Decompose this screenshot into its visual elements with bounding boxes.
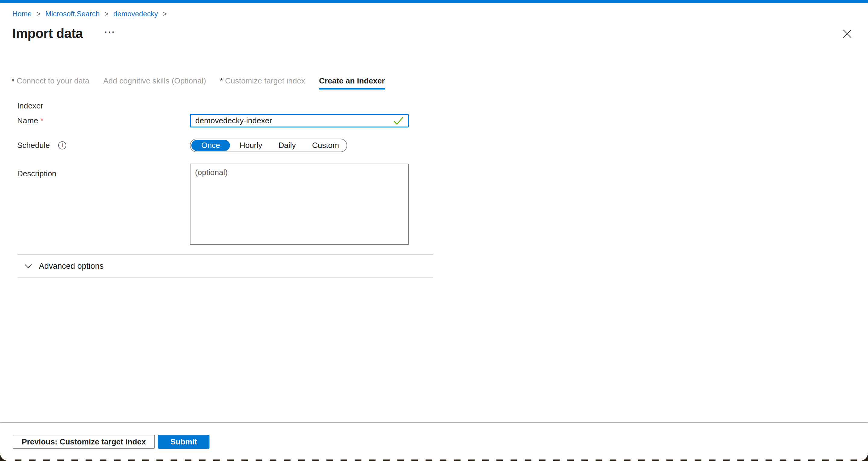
- window-corner-right: [857, 448, 868, 461]
- schedule-option-daily[interactable]: Daily: [272, 140, 303, 151]
- breadcrumb-separator: >: [163, 10, 167, 18]
- more-options-icon[interactable]: ⋯: [104, 25, 115, 38]
- schedule-label: Schedule: [17, 141, 50, 150]
- window-corner-left: [0, 448, 11, 461]
- breadcrumb-separator: >: [104, 10, 108, 18]
- breadcrumb-separator: >: [36, 10, 40, 18]
- schedule-option-hourly[interactable]: Hourly: [233, 140, 269, 151]
- required-asterisk: *: [40, 116, 43, 125]
- tab-label: Connect to your data: [17, 76, 89, 85]
- breadcrumb-link-demovedecky[interactable]: demovedecky: [113, 10, 158, 18]
- schedule-option-custom[interactable]: Custom: [305, 140, 346, 151]
- previous-button[interactable]: Previous: Customize target index: [13, 435, 155, 449]
- tab-customize-target-index[interactable]: *Customize target index: [220, 76, 305, 90]
- name-row: Name *: [17, 114, 433, 127]
- tab-strip: *Connect to your data Add cognitive skil…: [11, 76, 385, 90]
- indexer-form: Indexer Name * Schedule i Once Hourly Da: [17, 101, 433, 277]
- tab-add-cognitive-skills[interactable]: Add cognitive skills (Optional): [103, 76, 206, 90]
- advanced-options-toggle[interactable]: Advanced options: [24, 260, 433, 272]
- close-button[interactable]: [841, 27, 854, 40]
- submit-button[interactable]: Submit: [158, 435, 210, 449]
- top-accent-bar: [0, 0, 868, 3]
- description-textarea[interactable]: [190, 164, 409, 245]
- breadcrumb-link-microsoft-search[interactable]: Microsoft.Search: [45, 10, 99, 18]
- page-title: Import data: [12, 26, 83, 41]
- advanced-options-label: Advanced options: [39, 262, 104, 271]
- window-bottom-edge: [15, 460, 868, 461]
- indexer-section-heading: Indexer: [17, 101, 433, 110]
- tab-label: Add cognitive skills (Optional): [103, 76, 206, 85]
- name-label: Name: [17, 116, 38, 125]
- footer-divider: [0, 422, 868, 423]
- tab-label: Create an indexer: [319, 76, 385, 85]
- tab-connect-to-your-data[interactable]: *Connect to your data: [11, 76, 90, 90]
- close-icon: [843, 29, 852, 38]
- schedule-segmented-control: Once Hourly Daily Custom: [190, 139, 347, 152]
- valid-checkmark-icon: [393, 116, 404, 125]
- chevron-down-icon: [24, 264, 32, 269]
- tab-label: Customize target index: [225, 76, 305, 85]
- breadcrumb-link-home[interactable]: Home: [12, 10, 32, 18]
- description-label: Description: [17, 169, 56, 178]
- breadcrumb: Home > Microsoft.Search > demovedecky >: [12, 10, 172, 18]
- required-star: *: [220, 76, 223, 85]
- footer-bar: Previous: Customize target index Submit: [13, 435, 210, 449]
- divider: [18, 254, 433, 255]
- description-row: Description: [17, 164, 433, 245]
- info-icon[interactable]: i: [58, 141, 66, 149]
- divider: [18, 277, 433, 277]
- indexer-name-input[interactable]: [190, 114, 409, 127]
- schedule-row: Schedule i Once Hourly Daily Custom: [17, 139, 433, 152]
- import-data-panel: Home > Microsoft.Search > demovedecky > …: [0, 0, 868, 461]
- tab-create-an-indexer[interactable]: Create an indexer: [319, 76, 385, 90]
- required-star: *: [11, 76, 14, 85]
- schedule-option-once[interactable]: Once: [191, 140, 230, 151]
